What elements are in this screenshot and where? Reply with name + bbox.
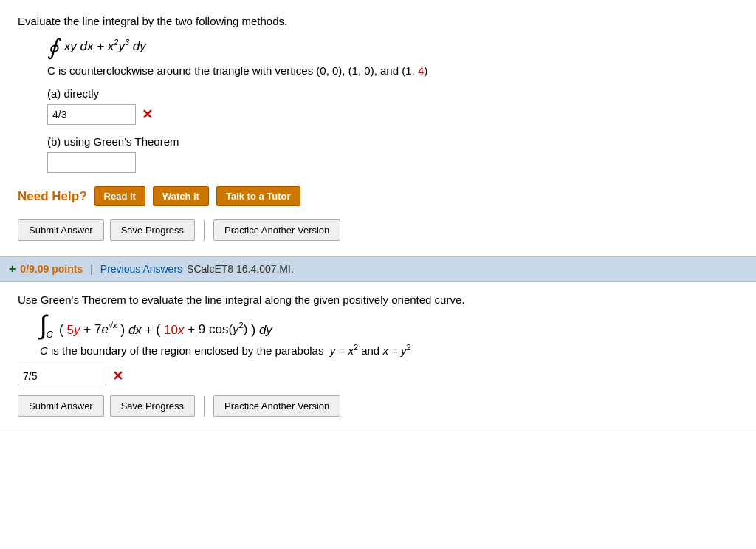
integral-expression: xy dx + x2y3 dy [64,39,146,53]
problem2-integral: ∫ C ( 5y + 7e√x ) dx + ( 10x + 9 cos(y2)… [40,313,738,337]
problem1-section: Evaluate the line integral by the two fo… [0,0,756,256]
source-text: SCalcET8 16.4.007.MI. [187,263,294,275]
action-divider-2 [204,396,205,417]
part-b-input[interactable] [47,152,136,173]
actions2-row: Submit Answer Save Progress Practice Ano… [18,395,738,417]
problem1-integral: ∮ xy dx + x2y3 dy [47,36,738,58]
integral-symbol: ∮ [47,35,59,59]
part-a-wrong-icon: ✕ [142,106,153,123]
expand-icon[interactable]: + [9,262,16,276]
problem1-statement: Evaluate the line integral by the two fo… [18,15,738,27]
read-it-button[interactable]: Read It [94,186,145,206]
talk-to-tutor-button[interactable]: Talk to a Tutor [216,186,300,206]
problem2-section: Use Green's Theorem to evaluate the line… [0,282,756,429]
part-a-answer-row: ✕ [47,104,738,125]
part-a-input[interactable] [47,104,136,125]
problem2-wrong-icon: ✕ [112,368,123,384]
practice-another-button-1[interactable]: Practice Another Version [213,219,340,241]
points-value: 0/9.09 points [20,263,83,275]
need-help-row: Need Help? Read It Watch It Talk to a Tu… [18,186,738,206]
integral-sub-c: C [46,329,52,340]
part-b-answer-row [47,152,738,173]
problem2-math-content: ( 5y + 7e√x ) dx + ( 10x + 9 cos(y2) ) d… [59,321,272,338]
action-divider [204,220,205,241]
problem2-statement: Use Green's Theorem to evaluate the line… [18,293,738,306]
problem2-c-description: C is the boundary of the region enclosed… [40,343,738,357]
page-container: Evaluate the line integral by the two fo… [0,0,756,429]
pipe-separator: | [90,263,93,275]
save-progress-button-2[interactable]: Save Progress [110,395,195,417]
part-b-label: (b) using Green's Theorem [47,135,738,148]
practice-another-button-2[interactable]: Practice Another Version [213,395,340,417]
problem2-answer-row: ✕ [18,366,738,386]
watch-it-button[interactable]: Watch It [153,186,209,206]
points-bar: + 0/9.09 points | Previous Answers SCalc… [0,256,756,282]
part-a-label: (a) directly [47,87,738,100]
save-progress-button-1[interactable]: Save Progress [110,219,195,241]
c-description: C is counterclockwise around the triangl… [47,64,738,77]
submit-answer-button-1[interactable]: Submit Answer [18,219,104,241]
actions1-row: Submit Answer Save Progress Practice Ano… [18,219,738,241]
previous-answers-link[interactable]: Previous Answers [100,263,182,275]
problem2-input[interactable] [18,366,106,386]
need-help-label: Need Help? [18,189,87,204]
submit-answer-button-2[interactable]: Submit Answer [18,395,104,417]
